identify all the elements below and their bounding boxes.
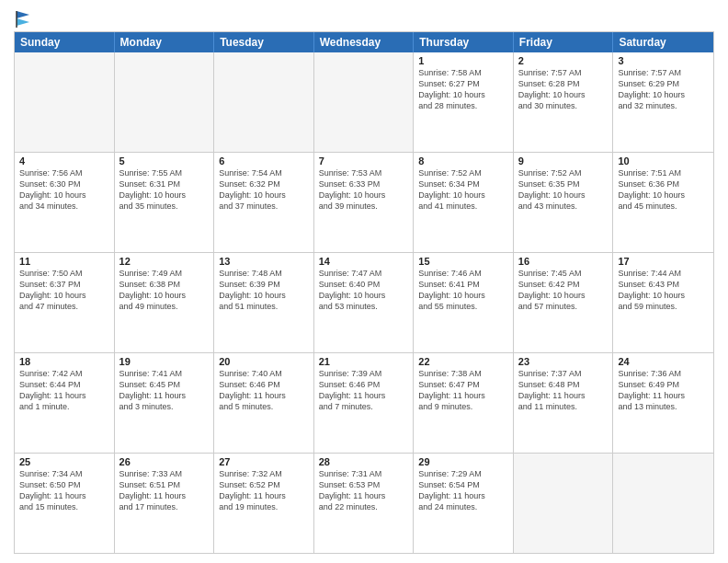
day-number: 29 [418,456,508,467]
day-info: Sunrise: 7:32 AM Sunset: 6:52 PM Dayligh… [219,468,309,513]
day-number: 16 [518,256,609,267]
logo-flag-icon [15,9,31,29]
weekday-header: Friday [514,32,614,52]
day-number: 24 [618,356,709,367]
day-number: 23 [518,356,609,367]
calendar-cell: 20Sunrise: 7:40 AM Sunset: 6:46 PM Dayli… [214,353,314,453]
day-info: Sunrise: 7:48 AM Sunset: 6:39 PM Dayligh… [219,268,309,313]
day-info: Sunrise: 7:42 AM Sunset: 6:44 PM Dayligh… [19,368,109,413]
calendar-row: 18Sunrise: 7:42 AM Sunset: 6:44 PM Dayli… [15,353,713,454]
day-info: Sunrise: 7:49 AM Sunset: 6:38 PM Dayligh… [119,268,210,313]
day-info: Sunrise: 7:40 AM Sunset: 6:46 PM Dayligh… [219,368,309,413]
page: SundayMondayTuesdayWednesdayThursdayFrid… [0,0,728,563]
calendar-cell: 25Sunrise: 7:34 AM Sunset: 6:50 PM Dayli… [15,454,115,553]
calendar-cell: 7Sunrise: 7:53 AM Sunset: 6:33 PM Daylig… [314,153,415,252]
day-info: Sunrise: 7:33 AM Sunset: 6:51 PM Dayligh… [119,468,210,513]
calendar-cell: 5Sunrise: 7:55 AM Sunset: 6:31 PM Daylig… [115,153,215,252]
calendar-cell: 6Sunrise: 7:54 AM Sunset: 6:32 PM Daylig… [214,153,314,252]
calendar-cell: 9Sunrise: 7:52 AM Sunset: 6:35 PM Daylig… [514,153,614,252]
day-number: 26 [119,456,210,467]
day-number: 9 [518,155,609,167]
day-info: Sunrise: 7:36 AM Sunset: 6:49 PM Dayligh… [618,368,709,413]
day-info: Sunrise: 7:54 AM Sunset: 6:32 PM Dayligh… [219,167,309,213]
day-number: 10 [618,155,709,167]
day-number: 15 [418,256,508,267]
calendar-cell: 8Sunrise: 7:52 AM Sunset: 6:34 PM Daylig… [414,153,514,252]
weekday-header: Tuesday [214,32,314,52]
header [14,9,714,26]
day-info: Sunrise: 7:46 AM Sunset: 6:41 PM Dayligh… [418,268,508,313]
calendar-cell [115,52,215,152]
day-number: 7 [319,155,409,167]
day-number: 25 [19,456,109,467]
calendar-cell [15,52,115,152]
logo [14,13,31,26]
calendar-cell [613,454,713,553]
calendar-cell: 24Sunrise: 7:36 AM Sunset: 6:49 PM Dayli… [613,353,713,453]
calendar-cell: 15Sunrise: 7:46 AM Sunset: 6:41 PM Dayli… [414,253,514,352]
day-info: Sunrise: 7:45 AM Sunset: 6:42 PM Dayligh… [518,268,609,313]
weekday-header: Saturday [613,32,713,52]
day-number: 5 [119,155,210,167]
day-info: Sunrise: 7:31 AM Sunset: 6:53 PM Dayligh… [319,468,409,513]
calendar-cell: 21Sunrise: 7:39 AM Sunset: 6:46 PM Dayli… [314,353,415,453]
weekday-header: Thursday [414,32,514,52]
calendar-cell: 17Sunrise: 7:44 AM Sunset: 6:43 PM Dayli… [613,253,713,352]
day-number: 19 [119,356,210,367]
weekday-header: Monday [115,32,215,52]
day-number: 13 [219,256,309,267]
svg-marker-0 [17,11,29,18]
svg-marker-1 [17,18,29,26]
day-number: 12 [119,256,210,267]
day-number: 8 [418,155,508,167]
day-info: Sunrise: 7:29 AM Sunset: 6:54 PM Dayligh… [418,468,508,513]
calendar-cell: 29Sunrise: 7:29 AM Sunset: 6:54 PM Dayli… [414,454,514,553]
day-number: 6 [219,155,309,167]
calendar-header: SundayMondayTuesdayWednesdayThursdayFrid… [15,32,713,52]
day-number: 14 [319,256,409,267]
calendar-cell: 4Sunrise: 7:56 AM Sunset: 6:30 PM Daylig… [15,153,115,252]
calendar-cell: 28Sunrise: 7:31 AM Sunset: 6:53 PM Dayli… [314,454,415,553]
calendar-cell: 1Sunrise: 7:58 AM Sunset: 6:27 PM Daylig… [414,52,514,152]
day-info: Sunrise: 7:34 AM Sunset: 6:50 PM Dayligh… [19,468,109,513]
calendar: SundayMondayTuesdayWednesdayThursdayFrid… [14,31,714,554]
day-number: 27 [219,456,309,467]
calendar-cell: 3Sunrise: 7:57 AM Sunset: 6:29 PM Daylig… [613,52,713,152]
day-info: Sunrise: 7:47 AM Sunset: 6:40 PM Dayligh… [319,268,409,313]
calendar-cell [214,52,314,152]
day-number: 17 [618,256,709,267]
day-number: 11 [19,256,109,267]
day-info: Sunrise: 7:37 AM Sunset: 6:48 PM Dayligh… [518,368,609,413]
day-info: Sunrise: 7:41 AM Sunset: 6:45 PM Dayligh… [119,368,210,413]
day-number: 22 [418,356,508,367]
weekday-header: Sunday [15,32,115,52]
day-info: Sunrise: 7:51 AM Sunset: 6:36 PM Dayligh… [618,167,709,213]
day-info: Sunrise: 7:39 AM Sunset: 6:46 PM Dayligh… [319,368,409,413]
weekday-header: Wednesday [314,32,415,52]
calendar-cell: 2Sunrise: 7:57 AM Sunset: 6:28 PM Daylig… [514,52,614,152]
day-info: Sunrise: 7:57 AM Sunset: 6:28 PM Dayligh… [518,67,609,112]
calendar-row: 11Sunrise: 7:50 AM Sunset: 6:37 PM Dayli… [15,253,713,353]
day-info: Sunrise: 7:44 AM Sunset: 6:43 PM Dayligh… [618,268,709,313]
day-number: 4 [19,155,109,167]
day-number: 21 [319,356,409,367]
calendar-row: 4Sunrise: 7:56 AM Sunset: 6:30 PM Daylig… [15,153,713,253]
day-info: Sunrise: 7:53 AM Sunset: 6:33 PM Dayligh… [319,167,409,213]
day-info: Sunrise: 7:56 AM Sunset: 6:30 PM Dayligh… [19,167,109,213]
calendar-cell: 11Sunrise: 7:50 AM Sunset: 6:37 PM Dayli… [15,253,115,352]
calendar-cell: 16Sunrise: 7:45 AM Sunset: 6:42 PM Dayli… [514,253,614,352]
day-number: 20 [219,356,309,367]
calendar-cell: 26Sunrise: 7:33 AM Sunset: 6:51 PM Dayli… [115,454,215,553]
calendar-cell [314,52,415,152]
calendar-cell: 12Sunrise: 7:49 AM Sunset: 6:38 PM Dayli… [115,253,215,352]
day-info: Sunrise: 7:52 AM Sunset: 6:35 PM Dayligh… [518,167,609,213]
day-info: Sunrise: 7:57 AM Sunset: 6:29 PM Dayligh… [618,67,709,112]
day-number: 2 [518,55,609,66]
day-info: Sunrise: 7:50 AM Sunset: 6:37 PM Dayligh… [19,268,109,313]
calendar-cell: 19Sunrise: 7:41 AM Sunset: 6:45 PM Dayli… [115,353,215,453]
day-number: 28 [319,456,409,467]
calendar-cell: 18Sunrise: 7:42 AM Sunset: 6:44 PM Dayli… [15,353,115,453]
calendar-row: 25Sunrise: 7:34 AM Sunset: 6:50 PM Dayli… [15,454,713,553]
calendar-cell: 13Sunrise: 7:48 AM Sunset: 6:39 PM Dayli… [214,253,314,352]
calendar-cell [514,454,614,553]
